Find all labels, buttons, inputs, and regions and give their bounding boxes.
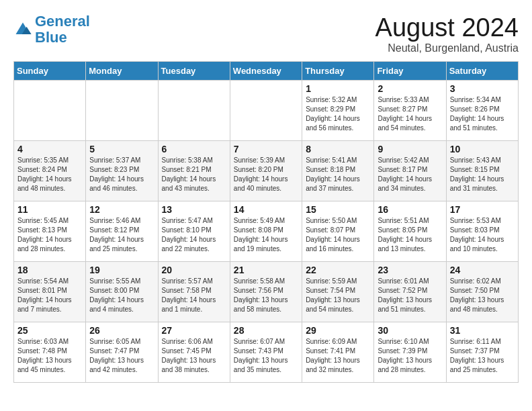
day-header-tuesday: Tuesday [158,62,230,81]
day-number: 17 [450,204,515,215]
day-header-thursday: Thursday [302,62,374,81]
day-number: 20 [162,265,226,275]
day-number: 10 [450,144,515,154]
calendar-cell: 5Sunrise: 5:37 AM Sunset: 8:23 PM Daylig… [86,141,158,201]
day-info: Sunrise: 6:09 AM Sunset: 7:41 PM Dayligh… [306,337,370,375]
calendar-cell: 2Sunrise: 5:33 AM Sunset: 8:27 PM Daylig… [374,81,446,141]
calendar-cell: 27Sunrise: 6:06 AM Sunset: 7:45 PM Dayli… [158,322,230,383]
calendar-cell [14,81,86,141]
calendar-cell: 26Sunrise: 6:05 AM Sunset: 7:47 PM Dayli… [86,322,158,383]
day-number: 8 [306,144,370,154]
month-year-title: August 2024 [375,13,519,42]
calendar-header: SundayMondayTuesdayWednesdayThursdayFrid… [14,62,519,81]
day-number: 4 [17,144,82,154]
day-number: 14 [234,204,298,215]
week-row-1: 1Sunrise: 5:32 AM Sunset: 8:29 PM Daylig… [14,81,519,141]
day-header-sunday: Sunday [14,62,86,81]
calendar-cell: 29Sunrise: 6:09 AM Sunset: 7:41 PM Dayli… [302,322,374,383]
calendar-cell: 1Sunrise: 5:32 AM Sunset: 8:29 PM Daylig… [302,81,374,141]
calendar-cell: 15Sunrise: 5:50 AM Sunset: 8:07 PM Dayli… [302,201,374,262]
calendar-cell: 17Sunrise: 5:53 AM Sunset: 8:03 PM Dayli… [446,201,518,262]
day-info: Sunrise: 5:32 AM Sunset: 8:29 PM Dayligh… [306,95,370,133]
day-info: Sunrise: 5:34 AM Sunset: 8:26 PM Dayligh… [450,95,515,133]
day-info: Sunrise: 5:42 AM Sunset: 8:17 PM Dayligh… [378,156,442,193]
calendar-cell: 31Sunrise: 6:11 AM Sunset: 7:37 PM Dayli… [446,322,518,383]
day-info: Sunrise: 5:41 AM Sunset: 8:18 PM Dayligh… [306,156,370,193]
day-number: 3 [450,83,515,94]
page-header: General Blue August 2024 Neutal, Burgenl… [13,13,519,54]
day-info: Sunrise: 6:06 AM Sunset: 7:45 PM Dayligh… [162,337,226,375]
day-header-wednesday: Wednesday [230,62,302,81]
day-number: 7 [234,144,298,154]
day-info: Sunrise: 6:01 AM Sunset: 7:52 PM Dayligh… [378,277,442,314]
day-number: 1 [306,83,370,94]
day-number: 13 [162,204,226,215]
day-info: Sunrise: 5:37 AM Sunset: 8:23 PM Dayligh… [89,156,154,193]
day-info: Sunrise: 5:35 AM Sunset: 8:24 PM Dayligh… [17,156,82,193]
calendar-cell: 3Sunrise: 5:34 AM Sunset: 8:26 PM Daylig… [446,81,518,141]
calendar-cell: 11Sunrise: 5:45 AM Sunset: 8:13 PM Dayli… [14,201,86,262]
day-info: Sunrise: 5:47 AM Sunset: 8:10 PM Dayligh… [162,216,226,254]
day-info: Sunrise: 6:05 AM Sunset: 7:47 PM Dayligh… [89,337,154,375]
week-row-5: 25Sunrise: 6:03 AM Sunset: 7:48 PM Dayli… [14,322,519,383]
day-info: Sunrise: 6:11 AM Sunset: 7:37 PM Dayligh… [450,337,515,375]
day-header-friday: Friday [374,62,446,81]
calendar-cell [86,81,158,141]
calendar-cell: 6Sunrise: 5:38 AM Sunset: 8:21 PM Daylig… [158,141,230,201]
week-row-2: 4Sunrise: 5:35 AM Sunset: 8:24 PM Daylig… [14,141,519,201]
day-number: 25 [17,325,82,336]
day-number: 5 [89,144,154,154]
logo: General Blue [13,13,90,46]
calendar-cell [230,81,302,141]
week-row-3: 11Sunrise: 5:45 AM Sunset: 8:13 PM Dayli… [14,201,519,262]
day-number: 24 [450,265,515,275]
day-info: Sunrise: 5:45 AM Sunset: 8:13 PM Dayligh… [17,216,82,254]
day-number: 6 [162,144,226,154]
day-info: Sunrise: 6:10 AM Sunset: 7:39 PM Dayligh… [378,337,442,375]
day-header-saturday: Saturday [446,62,518,81]
calendar-cell: 21Sunrise: 5:58 AM Sunset: 7:56 PM Dayli… [230,262,302,322]
day-info: Sunrise: 5:54 AM Sunset: 8:01 PM Dayligh… [17,277,82,314]
day-header-monday: Monday [86,62,158,81]
day-info: Sunrise: 6:03 AM Sunset: 7:48 PM Dayligh… [17,337,82,375]
day-number: 11 [17,204,82,215]
logo-text: General Blue [35,13,90,46]
day-number: 30 [378,325,442,336]
day-info: Sunrise: 6:07 AM Sunset: 7:43 PM Dayligh… [234,337,298,375]
day-info: Sunrise: 5:39 AM Sunset: 8:20 PM Dayligh… [234,156,298,193]
day-info: Sunrise: 6:02 AM Sunset: 7:50 PM Dayligh… [450,277,515,314]
calendar-cell: 12Sunrise: 5:46 AM Sunset: 8:12 PM Dayli… [86,201,158,262]
calendar-cell: 4Sunrise: 5:35 AM Sunset: 8:24 PM Daylig… [14,141,86,201]
calendar-cell: 9Sunrise: 5:42 AM Sunset: 8:17 PM Daylig… [374,141,446,201]
day-info: Sunrise: 5:51 AM Sunset: 8:05 PM Dayligh… [378,216,442,254]
calendar-cell: 14Sunrise: 5:49 AM Sunset: 8:08 PM Dayli… [230,201,302,262]
calendar-table: SundayMondayTuesdayWednesdayThursdayFrid… [13,61,519,383]
calendar-cell: 18Sunrise: 5:54 AM Sunset: 8:01 PM Dayli… [14,262,86,322]
week-row-4: 18Sunrise: 5:54 AM Sunset: 8:01 PM Dayli… [14,262,519,322]
calendar-cell: 10Sunrise: 5:43 AM Sunset: 8:15 PM Dayli… [446,141,518,201]
calendar-cell: 20Sunrise: 5:57 AM Sunset: 7:58 PM Dayli… [158,262,230,322]
calendar-cell: 7Sunrise: 5:39 AM Sunset: 8:20 PM Daylig… [230,141,302,201]
day-number: 27 [162,325,226,336]
location-subtitle: Neutal, Burgenland, Austria [375,42,519,54]
day-info: Sunrise: 5:33 AM Sunset: 8:27 PM Dayligh… [378,95,442,133]
day-info: Sunrise: 5:46 AM Sunset: 8:12 PM Dayligh… [89,216,154,254]
day-number: 31 [450,325,515,336]
calendar-cell: 28Sunrise: 6:07 AM Sunset: 7:43 PM Dayli… [230,322,302,383]
day-number: 21 [234,265,298,275]
day-number: 9 [378,144,442,154]
calendar-cell: 22Sunrise: 5:59 AM Sunset: 7:54 PM Dayli… [302,262,374,322]
day-info: Sunrise: 5:49 AM Sunset: 8:08 PM Dayligh… [234,216,298,254]
day-number: 12 [89,204,154,215]
calendar-cell: 19Sunrise: 5:55 AM Sunset: 8:00 PM Dayli… [86,262,158,322]
day-number: 16 [378,204,442,215]
day-number: 18 [17,265,82,275]
day-info: Sunrise: 5:57 AM Sunset: 7:58 PM Dayligh… [162,277,226,314]
calendar-cell: 25Sunrise: 6:03 AM Sunset: 7:48 PM Dayli… [14,322,86,383]
calendar-cell: 24Sunrise: 6:02 AM Sunset: 7:50 PM Dayli… [446,262,518,322]
logo-icon [13,20,32,39]
day-info: Sunrise: 5:55 AM Sunset: 8:00 PM Dayligh… [89,277,154,314]
calendar-cell: 13Sunrise: 5:47 AM Sunset: 8:10 PM Dayli… [158,201,230,262]
calendar-cell: 23Sunrise: 6:01 AM Sunset: 7:52 PM Dayli… [374,262,446,322]
calendar-cell: 16Sunrise: 5:51 AM Sunset: 8:05 PM Dayli… [374,201,446,262]
